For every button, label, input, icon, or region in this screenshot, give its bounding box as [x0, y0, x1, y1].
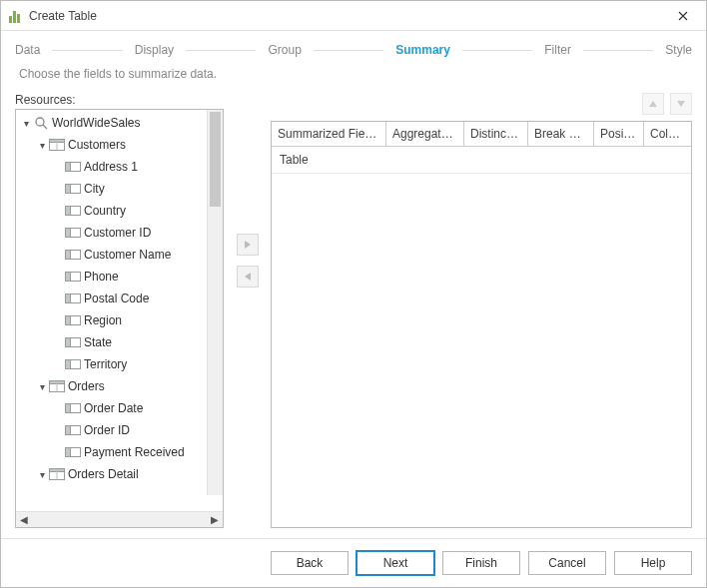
- step-group[interactable]: Group: [268, 43, 301, 57]
- svg-rect-20: [66, 316, 71, 325]
- table-row[interactable]: Table: [272, 147, 691, 174]
- step-display[interactable]: Display: [135, 43, 174, 57]
- svg-rect-18: [66, 294, 71, 303]
- tree-field-phone[interactable]: Phone: [20, 266, 205, 288]
- tree-node-label: WorldWideSales: [52, 116, 140, 130]
- grid-col-aggregate-f-[interactable]: Aggregate F…: [386, 122, 464, 146]
- tree-node-label: Payment Received: [84, 445, 185, 459]
- grid-col-position[interactable]: Position: [594, 122, 644, 146]
- tree-node-label: Order Date: [84, 401, 143, 415]
- move-down-button[interactable]: [670, 93, 692, 115]
- tree-table-orders-detail[interactable]: ▾Orders Detail: [20, 463, 205, 485]
- resources-panel: Resources: ▾WorldWideSales▾CustomersAddr…: [15, 93, 224, 528]
- remove-field-button[interactable]: [237, 266, 259, 288]
- next-button[interactable]: Next: [356, 551, 434, 575]
- tree-node-label: Region: [84, 313, 122, 327]
- tree-twisty-icon: ▾: [36, 469, 48, 480]
- svg-point-0: [36, 118, 44, 126]
- table-icon: [48, 467, 66, 481]
- resources-label: Resources:: [15, 93, 224, 107]
- back-button[interactable]: Back: [271, 551, 349, 575]
- tree-scroll-area: ▾WorldWideSales▾CustomersAddress 1CityCo…: [16, 110, 223, 511]
- tree-node-label: State: [84, 335, 112, 349]
- finish-button[interactable]: Finish: [442, 551, 520, 575]
- tree-field-customer-name[interactable]: Customer Name: [20, 244, 205, 266]
- grid-col-summarized-fields[interactable]: Summarized Fields: [272, 122, 386, 146]
- summary-grid[interactable]: Summarized FieldsAggregate F…Distinct On…: [271, 121, 692, 528]
- tree-field-payment-received[interactable]: Payment Received: [20, 441, 205, 463]
- tree-root[interactable]: ▾WorldWideSales: [20, 112, 205, 134]
- tree-field-territory[interactable]: Territory: [20, 353, 205, 375]
- tree-node-label: Orders Detail: [68, 467, 139, 481]
- svg-rect-10: [66, 207, 71, 216]
- tree-field-city[interactable]: City: [20, 178, 205, 200]
- grid-col-distinct-on[interactable]: Distinct On: [464, 122, 528, 146]
- cancel-button[interactable]: Cancel: [528, 551, 606, 575]
- tree-node-label: Postal Code: [84, 292, 149, 305]
- tree-node-label: Customer ID: [84, 226, 151, 240]
- table-icon: [48, 379, 66, 393]
- tree-table-orders[interactable]: ▾Orders: [20, 375, 205, 397]
- tree-field-customer-id[interactable]: Customer ID: [20, 222, 205, 244]
- wizard-subtitle: Choose the fields to summarize data.: [1, 63, 706, 93]
- tree-twisty-icon: ▾: [20, 118, 32, 129]
- tree-field-address-1[interactable]: Address 1: [20, 156, 205, 178]
- horizontal-scrollbar[interactable]: ◀ ▶: [16, 511, 223, 527]
- tree-field-order-id[interactable]: Order ID: [20, 419, 205, 441]
- tree-field-region[interactable]: Region: [20, 309, 205, 331]
- tree-node-label: Orders: [68, 379, 105, 393]
- grid-header: Summarized FieldsAggregate F…Distinct On…: [272, 122, 691, 147]
- svg-rect-31: [66, 426, 71, 435]
- close-button[interactable]: [668, 1, 698, 31]
- svg-rect-22: [66, 338, 71, 347]
- help-button[interactable]: Help: [614, 551, 692, 575]
- field-icon: [64, 335, 82, 349]
- app-icon: [9, 9, 23, 23]
- svg-rect-24: [66, 360, 71, 369]
- step-summary[interactable]: Summary: [395, 43, 450, 57]
- reorder-buttons: [271, 93, 692, 119]
- tree-node-label: Address 1: [84, 160, 138, 174]
- tree-field-order-date[interactable]: Order Date: [20, 397, 205, 419]
- field-icon: [64, 313, 82, 327]
- content-area: Resources: ▾WorldWideSales▾CustomersAddr…: [1, 93, 706, 539]
- svg-line-1: [43, 125, 47, 129]
- arrow-down-icon: [676, 99, 686, 109]
- window-title: Create Table: [29, 9, 668, 23]
- resources-tree[interactable]: ▾WorldWideSales▾CustomersAddress 1CityCo…: [16, 110, 223, 485]
- step-filter[interactable]: Filter: [544, 43, 571, 57]
- step-data[interactable]: Data: [15, 43, 40, 57]
- tree-field-country[interactable]: Country: [20, 200, 205, 222]
- svg-rect-12: [66, 229, 71, 238]
- datasource-icon: [32, 116, 50, 130]
- svg-rect-6: [66, 163, 71, 172]
- tree-field-postal-code[interactable]: Postal Code: [20, 288, 205, 309]
- tree-table-customers[interactable]: ▾Customers: [20, 134, 205, 156]
- grid-cell: Table: [272, 147, 386, 173]
- field-icon: [64, 445, 82, 459]
- field-icon: [64, 357, 82, 371]
- tree-field-state[interactable]: State: [20, 331, 205, 353]
- vertical-scrollbar[interactable]: [207, 110, 223, 495]
- titlebar: Create Table: [1, 1, 706, 31]
- arrow-left-icon: [243, 272, 253, 282]
- scroll-left-icon[interactable]: ◀: [20, 514, 28, 525]
- arrow-up-icon: [648, 99, 658, 109]
- tree-node-label: Order ID: [84, 423, 130, 437]
- svg-rect-16: [66, 273, 71, 282]
- close-icon: [678, 11, 688, 21]
- move-up-button[interactable]: [642, 93, 664, 115]
- wizard-steps: Data Display Group Summary Filter Style: [1, 31, 706, 63]
- scrollbar-thumb[interactable]: [210, 112, 221, 207]
- grid-col-column[interactable]: Column: [644, 122, 691, 146]
- tree-node-label: City: [84, 182, 105, 196]
- scroll-right-icon[interactable]: ▶: [211, 514, 219, 525]
- grid-col-break-field[interactable]: Break Field: [528, 122, 594, 146]
- tree-node-label: Territory: [84, 357, 127, 371]
- arrow-right-icon: [243, 240, 253, 250]
- svg-rect-33: [66, 448, 71, 457]
- add-field-button[interactable]: [237, 234, 259, 256]
- tree-node-label: Phone: [84, 270, 119, 284]
- step-style[interactable]: Style: [665, 43, 692, 57]
- field-icon: [64, 160, 82, 174]
